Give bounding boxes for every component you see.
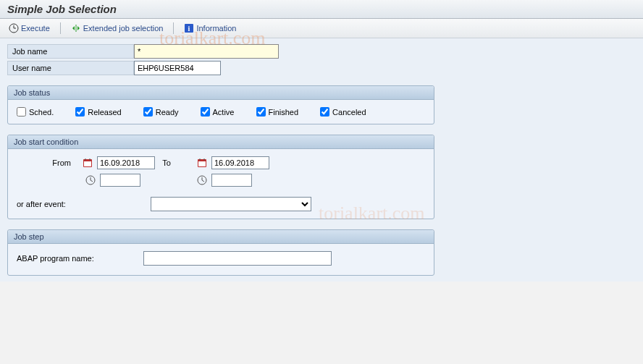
page-title: Simple Job Selection	[0, 0, 643, 19]
from-label: From	[17, 158, 78, 167]
released-label: Released	[88, 108, 121, 117]
extended-label: Extended job selection	[83, 24, 164, 33]
event-label: or after event:	[17, 200, 143, 208]
content-area: Job name User name Job status Sched. Rel…	[0, 38, 643, 282]
canceled-checkbox-input[interactable]	[320, 107, 329, 117]
time-from-input[interactable]	[100, 174, 140, 187]
user-name-input[interactable]	[134, 61, 221, 75]
job-start-group: Job start condition From To	[7, 135, 434, 219]
svg-rect-7	[84, 161, 91, 166]
toolbar-separator	[60, 22, 61, 34]
active-checkbox[interactable]: Active	[201, 107, 235, 117]
abap-program-input[interactable]	[143, 251, 332, 266]
svg-rect-11	[198, 161, 206, 166]
clock-from-icon[interactable]	[85, 175, 96, 185]
job-status-group: Job status Sched. Released Ready Active	[7, 85, 434, 124]
job-step-title: Job step	[8, 230, 434, 244]
svg-text:i: i	[188, 25, 190, 33]
job-name-row: Job name	[7, 44, 636, 59]
calendar-to-icon[interactable]	[197, 158, 207, 168]
date-row: From To	[17, 156, 425, 169]
time-to-input[interactable]	[211, 174, 252, 187]
user-name-label: User name	[7, 61, 134, 75]
job-name-label: Job name	[7, 44, 134, 59]
ready-label: Ready	[156, 108, 179, 117]
canceled-checkbox[interactable]: Canceled	[320, 107, 366, 117]
toolbar: Execute Extended job selection i Informa…	[0, 19, 643, 38]
canceled-label: Canceled	[332, 108, 366, 117]
released-checkbox[interactable]: Released	[75, 107, 121, 117]
ready-checkbox[interactable]: Ready	[143, 107, 179, 117]
user-name-row: User name	[7, 61, 636, 75]
event-row: or after event:	[17, 197, 425, 211]
date-to-input[interactable]	[211, 156, 269, 169]
finished-checkbox-input[interactable]	[256, 107, 266, 117]
status-checkbox-row: Sched. Released Ready Active Finished	[17, 107, 425, 117]
finished-checkbox[interactable]: Finished	[256, 107, 299, 117]
job-start-title: Job start condition	[8, 135, 434, 149]
sched-label: Sched.	[29, 108, 54, 117]
clock-execute-icon	[9, 23, 19, 33]
job-status-title: Job status	[8, 86, 434, 100]
information-label: Information	[196, 24, 236, 33]
sched-checkbox-input[interactable]	[17, 107, 26, 117]
information-button[interactable]: i Information	[181, 22, 239, 35]
calendar-from-icon[interactable]	[83, 158, 93, 168]
active-label: Active	[213, 108, 235, 117]
sched-checkbox[interactable]: Sched.	[17, 107, 54, 117]
ready-checkbox-input[interactable]	[143, 107, 153, 117]
abap-row: ABAP program name:	[17, 251, 425, 266]
expand-icon	[71, 23, 81, 33]
date-from-input[interactable]	[97, 156, 155, 169]
finished-label: Finished	[269, 108, 299, 117]
svg-line-19	[202, 180, 204, 182]
svg-line-16	[91, 180, 93, 182]
job-step-group: Job step ABAP program name:	[7, 229, 434, 276]
job-name-input[interactable]	[134, 44, 279, 59]
toolbar-separator	[173, 22, 174, 34]
info-icon: i	[184, 23, 194, 33]
time-row	[17, 174, 425, 187]
to-label: To	[159, 158, 174, 167]
execute-button[interactable]: Execute	[6, 22, 53, 35]
execute-label: Execute	[21, 24, 50, 33]
released-checkbox-input[interactable]	[75, 107, 85, 117]
extended-selection-button[interactable]: Extended job selection	[68, 22, 167, 35]
abap-label: ABAP program name:	[17, 254, 136, 263]
clock-to-icon[interactable]	[197, 175, 207, 185]
active-checkbox-input[interactable]	[201, 107, 210, 117]
event-select[interactable]	[151, 197, 311, 211]
